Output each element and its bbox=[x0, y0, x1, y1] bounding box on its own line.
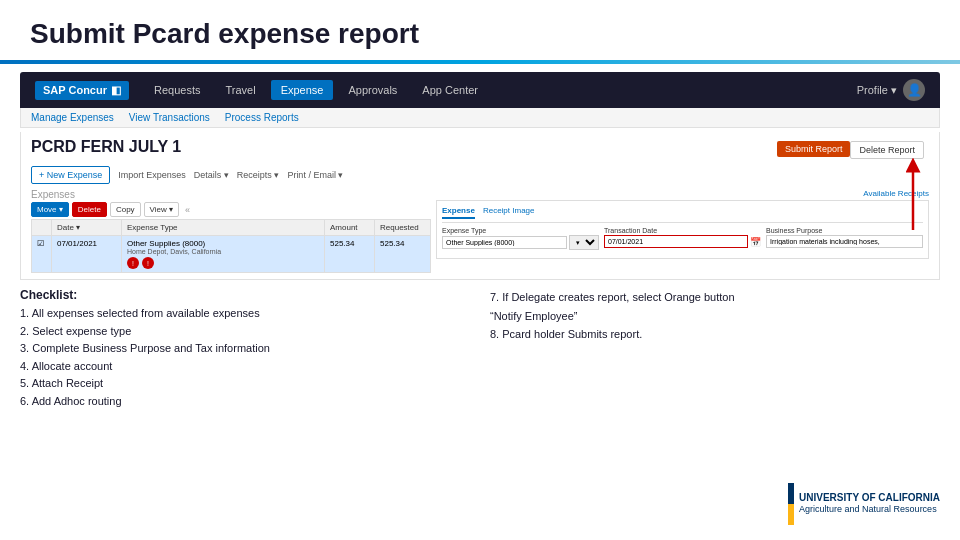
expense-detail: Available Receipts Expense Receipt Image… bbox=[436, 189, 929, 273]
uc-color-bar bbox=[788, 483, 794, 525]
item-number-6: 6. bbox=[20, 395, 29, 407]
transaction-date-input[interactable] bbox=[604, 235, 748, 248]
item-number-1: 1. bbox=[20, 307, 29, 319]
checklist-item-4: 4. Allocate account bbox=[20, 358, 470, 376]
page-container: Submit Pcard expense report SAP Concur ◧… bbox=[0, 0, 960, 540]
item-text-3: Complete Business Purpose and Tax inform… bbox=[32, 342, 270, 354]
import-expenses-link[interactable]: Import Expenses bbox=[118, 170, 186, 180]
instruction-line-1: 7. If Delegate creates report, select Or… bbox=[490, 291, 735, 303]
checklist-item-5: 5. Attach Receipt bbox=[20, 375, 470, 393]
checklist: Checklist: 1. All expenses selected from… bbox=[20, 288, 470, 411]
receipts-link[interactable]: Receipts ▾ bbox=[237, 170, 280, 180]
bottom-section: Checklist: 1. All expenses selected from… bbox=[20, 288, 940, 411]
calendar-icon[interactable]: 📅 bbox=[750, 237, 761, 247]
checklist-item-1: 1. All expenses selected from available … bbox=[20, 305, 470, 323]
form-row-1: Expense Type ▾ Transaction Date 📅 bbox=[442, 227, 923, 250]
nav-bar: SAP Concur ◧ Requests Travel Expense App… bbox=[20, 72, 940, 108]
detail-form: Expense Receipt Image Expense Type ▾ bbox=[436, 200, 929, 259]
logo-text: SAP Concur bbox=[43, 84, 107, 96]
checklist-item-6: 6. Add Adhoc routing bbox=[20, 393, 470, 411]
sub-nav: Manage Expenses View Transactions Proces… bbox=[20, 108, 940, 128]
view-button[interactable]: View ▾ bbox=[144, 202, 179, 217]
transaction-date-group: Transaction Date 📅 bbox=[604, 227, 761, 250]
print-email-link[interactable]: Print / Email ▾ bbox=[287, 170, 343, 180]
date-header: Date ▾ bbox=[52, 220, 122, 235]
expense-type-subtext: Home Depot, Davis, California bbox=[127, 248, 319, 255]
nav-item-app-center[interactable]: App Center bbox=[412, 80, 488, 100]
business-purpose-label: Business Purpose bbox=[766, 227, 923, 234]
sap-concur-logo: SAP Concur ◧ bbox=[35, 81, 129, 100]
expense-table-header: Date ▾ Expense Type Amount Requested bbox=[31, 219, 431, 236]
row-expense-type: Other Supplies (8000) Home Depot, Davis,… bbox=[122, 236, 325, 272]
item-number-4: 4. bbox=[20, 360, 29, 372]
details-link[interactable]: Details ▾ bbox=[194, 170, 229, 180]
item-text-1: All expenses selected from available exp… bbox=[32, 307, 260, 319]
expense-list: Expenses Move ▾ Delete Copy View ▾ « Dat… bbox=[31, 189, 431, 273]
sub-nav-view-transactions[interactable]: View Transactions bbox=[129, 112, 210, 123]
business-purpose-input[interactable] bbox=[766, 235, 923, 248]
profile-avatar: 👤 bbox=[903, 79, 925, 101]
item-text-4: Allocate account bbox=[32, 360, 113, 372]
nav-items: Requests Travel Expense Approvals App Ce… bbox=[144, 80, 857, 100]
amount-header: Amount bbox=[325, 220, 375, 235]
expense-type-label: Expense Type bbox=[442, 227, 599, 234]
expense-type-select[interactable]: ▾ bbox=[569, 235, 599, 250]
sub-nav-process-reports[interactable]: Process Reports bbox=[225, 112, 299, 123]
checklist-title: Checklist: bbox=[20, 288, 470, 302]
instructions-text: 7. If Delegate creates report, select Or… bbox=[490, 288, 940, 344]
report-area: PCRD FERN JULY 1 Delete Report Submit Re… bbox=[20, 132, 940, 280]
uc-name: UNIVERSITY OF CALIFORNIA bbox=[799, 492, 940, 504]
blue-divider bbox=[0, 60, 960, 64]
nav-item-travel[interactable]: Travel bbox=[215, 80, 265, 100]
uc-subtitle: Agriculture and Natural Resources bbox=[799, 504, 940, 516]
instruction-line-2: “Notify Employee” bbox=[490, 310, 577, 322]
instructions: 7. If Delegate creates report, select Or… bbox=[490, 288, 940, 411]
profile-label: Profile ▾ bbox=[857, 84, 897, 97]
error-icon-2: ! bbox=[142, 257, 154, 269]
requested-header: Requested bbox=[375, 220, 430, 235]
copy-button[interactable]: Copy bbox=[110, 202, 141, 217]
business-purpose-group: Business Purpose bbox=[766, 227, 923, 250]
sub-nav-manage-expenses[interactable]: Manage Expenses bbox=[31, 112, 114, 123]
delete-button[interactable]: Delete bbox=[72, 202, 107, 217]
nav-item-requests[interactable]: Requests bbox=[144, 80, 210, 100]
expense-type-group: Expense Type ▾ bbox=[442, 227, 599, 250]
submit-report-button[interactable]: Submit Report bbox=[777, 141, 851, 157]
instruction-line-3: 8. Pcard holder Submits report. bbox=[490, 328, 642, 340]
report-toolbar: + New Expense Import Expenses Details ▾ … bbox=[31, 166, 929, 184]
tab-expense[interactable]: Expense bbox=[442, 206, 475, 219]
error-icon: ! bbox=[127, 257, 139, 269]
move-button[interactable]: Move ▾ bbox=[31, 202, 69, 217]
expense-toolbar: Move ▾ Delete Copy View ▾ « bbox=[31, 202, 431, 217]
item-number-3: 3. bbox=[20, 342, 29, 354]
expenses-label: Expenses bbox=[31, 189, 431, 200]
row-checkbox[interactable]: ☑ bbox=[32, 236, 52, 272]
nav-profile[interactable]: Profile ▾ 👤 bbox=[857, 79, 925, 101]
table-row[interactable]: ☑ 07/01/2021 Other Supplies (8000) Home … bbox=[31, 236, 431, 273]
nav-item-expense[interactable]: Expense bbox=[271, 80, 334, 100]
detail-form-header: Expense Receipt Image bbox=[442, 206, 923, 223]
page-title: Submit Pcard expense report bbox=[30, 18, 930, 50]
transaction-date-label: Transaction Date bbox=[604, 227, 761, 234]
item-text-6: Add Adhoc routing bbox=[32, 395, 122, 407]
tab-receipt-image[interactable]: Receipt Image bbox=[483, 206, 535, 219]
report-action-buttons: Delete Report Submit Report bbox=[777, 141, 929, 159]
uc-bar-gold bbox=[788, 504, 794, 525]
nav-item-approvals[interactable]: Approvals bbox=[338, 80, 407, 100]
report-title: PCRD FERN JULY 1 bbox=[31, 138, 181, 156]
item-number-5: 5. bbox=[20, 377, 29, 389]
new-expense-button[interactable]: + New Expense bbox=[31, 166, 110, 184]
row-date: 07/01/2021 bbox=[52, 236, 122, 272]
delete-report-button[interactable]: Delete Report bbox=[850, 141, 924, 159]
expense-type-input[interactable] bbox=[442, 236, 567, 249]
collapse-icon: « bbox=[185, 205, 190, 215]
uc-bar-blue bbox=[788, 483, 794, 504]
expense-type-value: Other Supplies (8000) bbox=[127, 239, 319, 248]
expense-type-header: Expense Type bbox=[122, 220, 325, 235]
available-receipts-label: Available Receipts bbox=[863, 189, 929, 198]
page-header: Submit Pcard expense report bbox=[0, 0, 960, 60]
uc-logo-area: UNIVERSITY OF CALIFORNIA Agriculture and… bbox=[788, 483, 940, 525]
checkbox-header bbox=[32, 220, 52, 235]
checklist-item-3: 3. Complete Business Purpose and Tax inf… bbox=[20, 340, 470, 358]
row-amount: 525.34 bbox=[325, 236, 375, 272]
